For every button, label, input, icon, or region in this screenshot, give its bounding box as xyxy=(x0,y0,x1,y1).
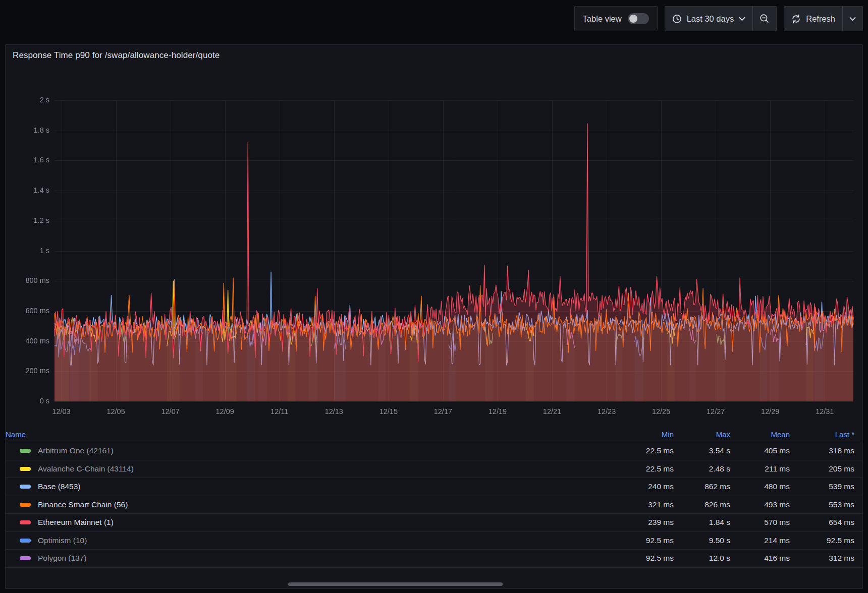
toggle-knob xyxy=(629,15,637,23)
series-last: 312 ms xyxy=(790,554,854,563)
legend-row: Base (8453)240 ms862 ms480 ms539 ms xyxy=(6,478,862,496)
series-last: 318 ms xyxy=(790,446,854,455)
series-max: 2.48 s xyxy=(674,464,730,473)
series-max: 12.0 s xyxy=(674,554,730,563)
refresh-dropdown-button[interactable] xyxy=(842,6,863,31)
chevron-down-icon xyxy=(849,17,856,21)
legend-col-last[interactable]: Last * xyxy=(835,430,854,439)
series-name[interactable]: Base (8453) xyxy=(38,482,80,491)
series-swatch[interactable] xyxy=(20,449,31,453)
series-mean: 211 ms xyxy=(730,464,790,473)
legend-horizontal-scrollbar[interactable] xyxy=(288,582,503,586)
toolbar: Table view Last 30 days xyxy=(574,6,863,31)
series-name[interactable]: Polygon (137) xyxy=(38,554,87,563)
table-view-label: Table view xyxy=(583,14,622,24)
legend-col-max[interactable]: Max xyxy=(716,430,730,439)
series-last: 553 ms xyxy=(790,500,854,509)
legend-row: Avalanche C-Chain (43114)22.5 ms2.48 s21… xyxy=(6,460,862,479)
series-max: 826 ms xyxy=(674,500,730,509)
series-last: 92.5 ms xyxy=(790,536,854,545)
response-time-chart[interactable] xyxy=(6,79,863,427)
panel-title[interactable]: Response Time p90 for /swap/allowance-ho… xyxy=(13,50,220,61)
series-name[interactable]: Avalanche C-Chain (43114) xyxy=(38,464,134,473)
refresh-label: Refresh xyxy=(806,14,835,24)
refresh-icon xyxy=(791,14,801,24)
series-max: 3.54 s xyxy=(674,446,730,455)
series-mean: 480 ms xyxy=(730,482,790,491)
series-min: 92.5 ms xyxy=(608,536,674,545)
legend-row: Ethereum Mainnet (1)239 ms1.84 s570 ms65… xyxy=(6,514,862,532)
legend-col-name[interactable]: Name xyxy=(6,430,26,439)
time-range-label: Last 30 days xyxy=(687,14,734,24)
series-mean: 416 ms xyxy=(730,554,790,563)
series-swatch[interactable] xyxy=(20,485,31,489)
legend-row: Optimism (10)92.5 ms9.50 s214 ms92.5 ms xyxy=(6,532,862,550)
zoom-out-button[interactable] xyxy=(752,6,777,31)
series-mean: 570 ms xyxy=(730,518,790,527)
series-swatch[interactable] xyxy=(20,467,31,471)
series-name[interactable]: Binance Smart Chain (56) xyxy=(38,500,128,509)
table-view-toggle[interactable] xyxy=(628,13,649,24)
legend-header: Name Min Max Mean Last * xyxy=(6,427,862,442)
series-last: 654 ms xyxy=(790,518,854,527)
series-mean: 493 ms xyxy=(730,500,790,509)
series-last: 205 ms xyxy=(790,464,854,473)
timeseries-panel: Response Time p90 for /swap/allowance-ho… xyxy=(5,44,863,589)
series-name[interactable]: Arbitrum One (42161) xyxy=(38,446,114,455)
series-min: 22.5 ms xyxy=(608,446,674,455)
series-swatch[interactable] xyxy=(20,556,31,560)
series-min: 321 ms xyxy=(608,500,674,509)
legend-col-min[interactable]: Min xyxy=(662,430,674,439)
series-min: 22.5 ms xyxy=(608,464,674,473)
legend-row: Polygon (137)92.5 ms12.0 s416 ms312 ms xyxy=(6,550,862,568)
series-min: 240 ms xyxy=(608,482,674,491)
series-min: 239 ms xyxy=(608,518,674,527)
legend-row: Binance Smart Chain (56)321 ms826 ms493 … xyxy=(6,496,862,514)
series-mean: 214 ms xyxy=(730,536,790,545)
clock-icon xyxy=(672,14,682,24)
series-mean: 405 ms xyxy=(730,446,790,455)
series-name[interactable]: Optimism (10) xyxy=(38,536,87,545)
table-view-group: Table view xyxy=(574,6,658,31)
series-min: 92.5 ms xyxy=(608,554,674,563)
time-picker-group: Last 30 days xyxy=(665,6,777,31)
series-max: 9.50 s xyxy=(674,536,730,545)
legend-row: Arbitrum One (42161)22.5 ms3.54 s405 ms3… xyxy=(6,442,862,460)
time-range-button[interactable]: Last 30 days xyxy=(665,6,753,31)
series-swatch[interactable] xyxy=(20,503,31,507)
series-swatch[interactable] xyxy=(20,539,31,543)
chevron-down-icon xyxy=(739,17,745,21)
refresh-button[interactable]: Refresh xyxy=(784,6,843,31)
series-max: 862 ms xyxy=(674,482,730,491)
series-name[interactable]: Ethereum Mainnet (1) xyxy=(38,518,114,527)
series-max: 1.84 s xyxy=(674,518,730,527)
refresh-group: Refresh xyxy=(784,6,863,31)
series-swatch[interactable] xyxy=(20,520,31,524)
zoom-out-icon xyxy=(760,14,770,24)
legend-col-mean[interactable]: Mean xyxy=(771,430,790,439)
series-last: 539 ms xyxy=(790,482,854,491)
legend-table: Name Min Max Mean Last * Arbitrum One (4… xyxy=(6,427,862,568)
